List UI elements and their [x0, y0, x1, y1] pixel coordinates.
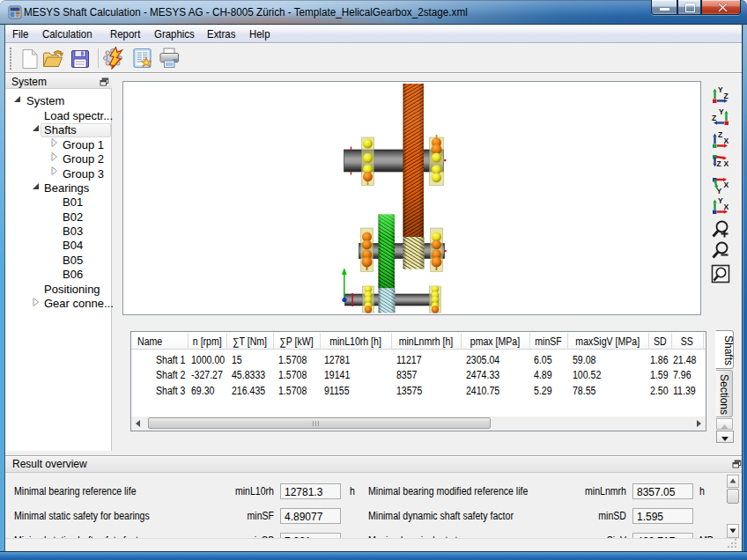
- svg-text:Y: Y: [718, 196, 723, 205]
- svg-text:X: X: [724, 159, 729, 168]
- svg-text:X: X: [724, 136, 729, 145]
- svg-text:Z: Z: [724, 92, 729, 100]
- svg-text:Z: Z: [712, 114, 716, 122]
- svg-text:X: X: [724, 203, 729, 211]
- svg-text:Y: Y: [717, 187, 722, 195]
- svg-text:X: X: [724, 181, 729, 189]
- svg-text:Z: Z: [718, 130, 722, 139]
- svg-text:Y: Y: [719, 107, 724, 116]
- svg-text:Z: Z: [717, 159, 721, 168]
- svg-text:Y: Y: [718, 85, 723, 94]
